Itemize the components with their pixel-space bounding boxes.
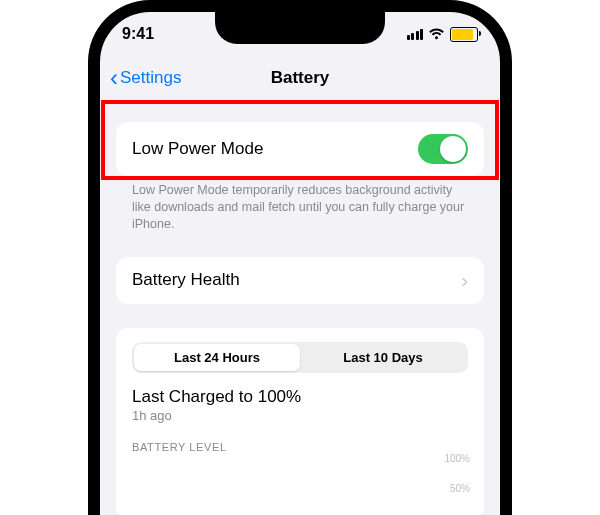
status-time: 9:41	[122, 25, 154, 43]
nav-header: ‹ Settings Battery	[100, 56, 500, 100]
page-title: Battery	[271, 68, 330, 88]
back-button[interactable]: ‹ Settings	[110, 66, 181, 90]
annotation-highlight	[101, 100, 499, 180]
cellular-signal-icon	[407, 29, 424, 40]
chevron-left-icon: ‹	[110, 66, 118, 90]
low-power-mode-footer: Low Power Mode temporarily reduces backg…	[116, 176, 484, 233]
battery-health-label: Battery Health	[132, 270, 240, 290]
phone-frame: 9:41 ‹ Settings Battery Low Power Mode	[88, 0, 512, 515]
battery-health-cell[interactable]: Battery Health ›	[116, 257, 484, 304]
last-charged-subtitle: 1h ago	[132, 408, 468, 423]
battery-level-chart: 100% 50%	[132, 457, 468, 515]
segment-last-24-hours[interactable]: Last 24 Hours	[134, 344, 300, 371]
chart-ytick-100: 100%	[444, 453, 470, 464]
last-charged-title: Last Charged to 100%	[132, 387, 468, 407]
chart-ytick-50: 50%	[450, 483, 470, 494]
chevron-right-icon: ›	[461, 269, 468, 292]
battery-level-label: BATTERY LEVEL	[132, 441, 468, 453]
time-range-segment: Last 24 Hours Last 10 Days	[132, 342, 468, 373]
battery-icon	[450, 27, 478, 42]
notch	[215, 10, 385, 44]
back-label: Settings	[120, 68, 181, 88]
segment-last-10-days[interactable]: Last 10 Days	[300, 344, 466, 371]
usage-card: Last 24 Hours Last 10 Days Last Charged …	[116, 328, 484, 515]
wifi-icon	[428, 27, 445, 42]
